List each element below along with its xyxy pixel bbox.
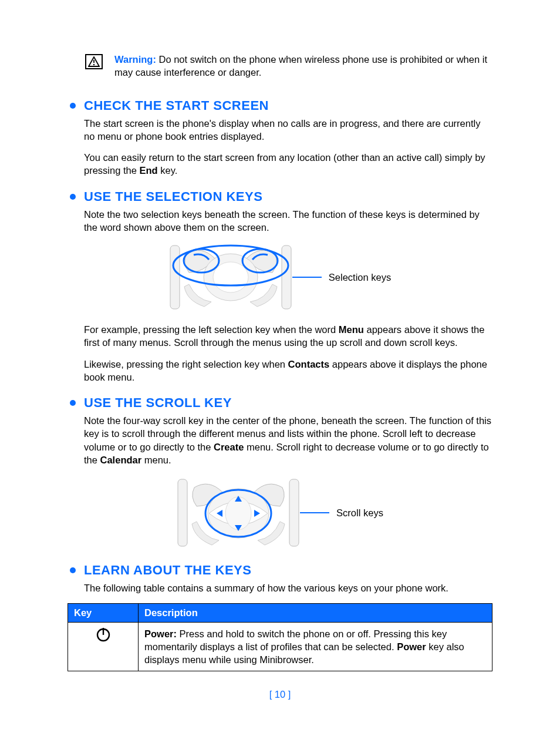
document-page: Warning: Do not switch on the phone when… bbox=[0, 0, 560, 671]
bullet-icon bbox=[70, 567, 76, 573]
section-heading-check: CHECK THE START SCREEN bbox=[70, 98, 492, 113]
key-icon-cell bbox=[68, 622, 139, 671]
callout-line bbox=[292, 277, 322, 278]
svg-rect-11 bbox=[178, 479, 187, 546]
phone-keypad-illustration bbox=[169, 242, 292, 312]
phone-keypad-illustration bbox=[177, 475, 300, 551]
svg-point-2 bbox=[93, 64, 95, 65]
svg-rect-12 bbox=[289, 479, 299, 546]
paragraph: Likewise, pressing the right selection k… bbox=[84, 358, 492, 384]
paragraph: For example, pressing the left selection… bbox=[84, 323, 492, 349]
bullet-icon bbox=[70, 400, 76, 406]
table-header-description: Description bbox=[139, 603, 492, 622]
figure-scroll-keys: Scroll keys bbox=[68, 475, 492, 551]
paragraph: Note the four-way scroll key in the cent… bbox=[84, 414, 492, 466]
callout-line bbox=[300, 512, 329, 513]
section-heading-scroll: USE THE SCROLL KEY bbox=[70, 395, 492, 411]
warning-body: Do not switch on the phone when wireless… bbox=[114, 54, 487, 78]
svg-rect-4 bbox=[282, 246, 291, 309]
table-header-key: Key bbox=[68, 603, 139, 622]
warning-icon bbox=[85, 54, 103, 69]
section-title: USE THE SCROLL KEY bbox=[84, 395, 232, 411]
figure-selection-keys: Selection keys bbox=[68, 242, 492, 312]
section-title: CHECK THE START SCREEN bbox=[84, 98, 269, 113]
page-number: [ 10 ] bbox=[0, 689, 560, 700]
callout-label: Selection keys bbox=[329, 272, 391, 283]
section-title: USE THE SELECTION KEYS bbox=[84, 189, 262, 204]
svg-rect-3 bbox=[170, 246, 180, 309]
svg-point-7 bbox=[213, 262, 248, 292]
paragraph: The start screen is the phone's display … bbox=[84, 117, 492, 143]
paragraph: Note the two selection keys beneath the … bbox=[84, 208, 492, 234]
section-heading-learn: LEARN ABOUT THE KEYS bbox=[70, 563, 492, 578]
warning-text: Warning: Do not switch on the phone when… bbox=[114, 53, 492, 79]
callout-label: Scroll keys bbox=[336, 507, 383, 519]
table-row: Power: Press and hold to switch the phon… bbox=[68, 622, 492, 671]
svg-point-15 bbox=[225, 497, 251, 530]
key-description-cell: Power: Press and hold to switch the phon… bbox=[139, 622, 492, 671]
bullet-icon bbox=[70, 103, 76, 109]
paragraph: The following table contains a summary o… bbox=[84, 581, 492, 594]
section-heading-selection: USE THE SELECTION KEYS bbox=[70, 189, 492, 204]
warning-label: Warning: bbox=[114, 54, 156, 65]
section-title: LEARN ABOUT THE KEYS bbox=[84, 563, 251, 578]
keys-table: Key Description Power: Press and hold to… bbox=[68, 603, 492, 672]
warning-block: Warning: Do not switch on the phone when… bbox=[68, 53, 492, 79]
bullet-icon bbox=[70, 194, 76, 200]
paragraph: You can easily return to the start scree… bbox=[84, 151, 492, 177]
power-icon bbox=[96, 627, 111, 643]
